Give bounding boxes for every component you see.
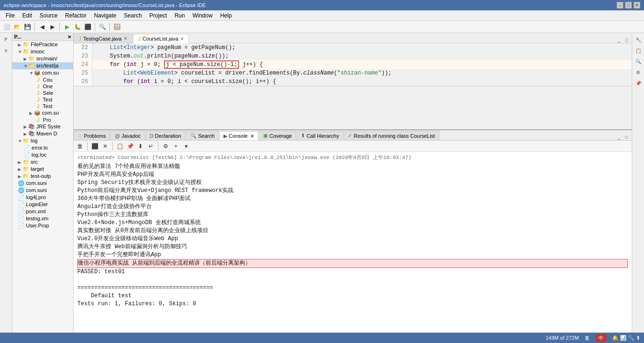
tree-item-loglog[interactable]: 📄 log.loc xyxy=(12,151,73,159)
menu-run[interactable]: Run xyxy=(171,11,189,20)
package-explorer-icon[interactable]: P xyxy=(1,35,11,44)
menu-edit[interactable]: Edit xyxy=(18,11,36,20)
tree-item-userprop[interactable]: 📄 User.Prop xyxy=(12,222,73,229)
menu-project[interactable]: Project xyxy=(146,11,171,20)
tree-item-testoutp[interactable]: ▶📁 test-outp xyxy=(12,173,73,180)
toolbar-open[interactable]: 📂 xyxy=(12,22,22,32)
tab-javadoc[interactable]: @ Javadoc xyxy=(110,131,145,140)
tree-item-login[interactable]: 📄 LoginEler xyxy=(12,201,73,208)
console-copy-btn[interactable]: 📋 xyxy=(115,142,124,151)
tab-declaration[interactable]: D Declaration xyxy=(146,131,186,140)
tab-testngcase[interactable]: J TestngCase.java ✕ xyxy=(74,33,132,43)
left-icon-2[interactable]: ≡ xyxy=(1,46,11,56)
code-line-24: 24 for (int j = 0; j < pageNum.size()-1;… xyxy=(74,60,632,69)
close-button[interactable]: ✕ xyxy=(634,2,640,8)
right-btn-4[interactable]: ⚙ xyxy=(634,67,643,77)
editor-bottom-split: J TestngCase.java ✕ J CourseList.java ✕ … xyxy=(74,33,632,333)
sidebar-close[interactable]: ✕ xyxy=(67,34,71,40)
editor-minimize-btn[interactable]: _ xyxy=(616,36,622,43)
tab-close-testng[interactable]: ✕ xyxy=(124,36,127,41)
toolbar-prev[interactable]: ◀ xyxy=(37,22,47,32)
bottom-minimize-btn[interactable]: _ xyxy=(616,134,622,140)
tree-item-log4j[interactable]: 📄 log4j.pro xyxy=(12,194,73,201)
toolbar-search[interactable]: 🔍 xyxy=(98,22,107,32)
tab-courselist[interactable]: J CourseList.java ✕ xyxy=(133,34,189,43)
toolbar-next[interactable]: ▶ xyxy=(48,22,57,32)
menu-source[interactable]: Source xyxy=(36,11,61,20)
tree-item-pro[interactable]: J Pro xyxy=(12,117,73,123)
toolbar-save[interactable]: 💾 xyxy=(23,22,32,32)
tab-problems[interactable]: ⚠ Problems xyxy=(74,131,110,140)
status-memory-icon[interactable]: 🗑 xyxy=(585,335,590,341)
editor-maximize-btn[interactable]: □ xyxy=(623,36,630,43)
sidebar-title: P... xyxy=(14,34,21,40)
tree-item-test2[interactable]: J Test xyxy=(12,103,73,109)
bottom-maximize-btn[interactable]: □ xyxy=(623,134,630,140)
console-scroll-btn[interactable]: ⬇ xyxy=(136,142,145,151)
tab-results[interactable]: ✓ Results of running class CourseList xyxy=(344,131,439,140)
tab-search[interactable]: 🔍 Search xyxy=(186,131,219,140)
menu-help[interactable]: Help xyxy=(216,11,236,20)
tab-callhierarchy[interactable]: ⬆ Call Hierarchy xyxy=(297,131,343,140)
tree-item-pom[interactable]: 📄 pom.xml xyxy=(12,208,73,215)
tree-item-one[interactable]: J One xyxy=(12,83,73,90)
menu-refactor[interactable]: Refactor xyxy=(61,11,90,20)
menu-navigate[interactable]: Navigate xyxy=(90,11,120,20)
editor-panel-controls: _ □ xyxy=(616,36,632,43)
tree-item-com1[interactable]: ▼📦 com.su xyxy=(12,69,73,76)
bottom-tabs: ⚠ Problems @ Javadoc D Declaration 🔍 Sea… xyxy=(74,130,632,141)
console-terminate-btn[interactable]: ⬛ xyxy=(90,142,99,151)
left-icon-strip: P ≡ xyxy=(0,33,12,333)
menu-search[interactable]: Search xyxy=(120,11,146,20)
tree-item-srctest[interactable]: ▼📁 src/test/ja xyxy=(12,62,73,69)
menu-file[interactable]: File xyxy=(2,11,18,20)
toolbar-perspective[interactable]: 🪟 xyxy=(112,22,122,32)
toolbar-stop[interactable]: ⬛ xyxy=(83,22,92,32)
tab-coverage[interactable]: ▣ Coverage xyxy=(259,131,296,140)
menu-window[interactable]: Window xyxy=(189,11,216,20)
console-content[interactable]: <terminated> CourseList [TestNG] C:\Prog… xyxy=(74,152,632,333)
tab-console[interactable]: ▶ Console ✕ xyxy=(219,131,258,141)
tree-item-errorlog[interactable]: 📄 error.lo xyxy=(12,144,73,151)
tree-item-target[interactable]: ▶📁 target xyxy=(12,166,73,173)
console-dropdown-btn[interactable]: ▾ xyxy=(182,142,191,151)
right-btn-2[interactable]: 📋 xyxy=(634,46,643,55)
status-language[interactable]: 中 xyxy=(595,334,606,342)
tab-close-courselist[interactable]: ✕ xyxy=(180,36,184,42)
tree-item-src[interactable]: ▶📁 src xyxy=(12,159,73,166)
tree-item-comsuni2[interactable]: 🌐 com.suni xyxy=(12,187,73,194)
right-btn-1[interactable]: 🔧 xyxy=(634,35,643,44)
toolbar-new[interactable]: ⬜ xyxy=(2,22,11,32)
tree-item-sele[interactable]: J Sele xyxy=(12,90,73,96)
right-btn-5[interactable]: 📌 xyxy=(634,78,643,88)
console-word-wrap-btn[interactable]: ↵ xyxy=(146,142,156,151)
tree-item-filepractice[interactable]: ▶📁 FilePractice xyxy=(12,41,73,48)
console-settings-btn[interactable]: ⚙ xyxy=(161,142,170,151)
toolbar-debug[interactable]: 🐛 xyxy=(73,22,82,32)
console-close[interactable]: ✕ xyxy=(250,134,254,139)
main-layout: P ≡ P... ✕ ▶📁 FilePractice ▼📁 imooc ▶📁 s… xyxy=(0,33,644,333)
tree-item-srcmain[interactable]: ▶📁 src/main/ xyxy=(12,55,73,62)
tree-item-jre[interactable]: ▶📚 JRE Syste xyxy=(12,123,73,130)
console-clear-btn[interactable]: 🗑 xyxy=(75,142,85,151)
tree-item-com2[interactable]: ▶📦 com.su xyxy=(12,109,73,117)
console-remove-btn[interactable]: ✕ xyxy=(100,142,110,151)
tree-item-imooc[interactable]: ▼📁 imooc xyxy=(12,48,73,55)
editor-hscrollbar[interactable] xyxy=(74,86,632,92)
tree-item-cou[interactable]: J Cou xyxy=(12,76,73,83)
console-icon: ▶ xyxy=(223,133,227,139)
tab-search-label: Search xyxy=(198,133,215,139)
tree-item-maven[interactable]: ▶📚 Maven D xyxy=(12,130,73,137)
right-btn-3[interactable]: 🔍 xyxy=(634,57,643,66)
minimize-button[interactable]: – xyxy=(617,2,623,8)
tree-item-comsuni1[interactable]: 🌐 com.suni xyxy=(12,180,73,187)
tree-item-testng[interactable]: 📄 testng.xm xyxy=(12,215,73,222)
maximize-button[interactable]: □ xyxy=(625,2,632,8)
code-editor[interactable]: 22 List<Integer> pageNum = getPageNum();… xyxy=(74,43,632,129)
tree-item-log[interactable]: ▼📁 log xyxy=(12,137,73,144)
console-new-btn[interactable]: + xyxy=(171,142,181,151)
console-pin-btn[interactable]: 📌 xyxy=(125,142,135,151)
search-icon: 🔍 xyxy=(190,133,197,139)
tree-item-test1[interactable]: J Test xyxy=(12,96,73,103)
toolbar-run[interactable]: ▶ xyxy=(62,22,72,32)
